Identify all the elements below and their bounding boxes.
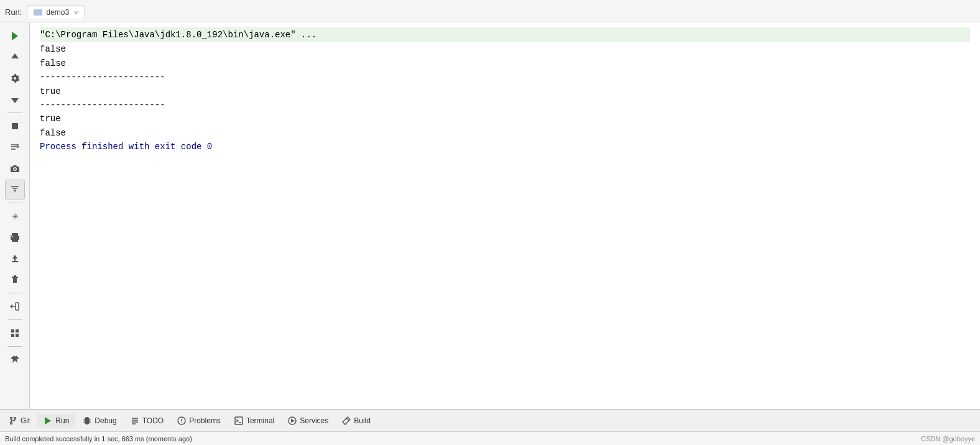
git-icon (9, 416, 17, 425)
asterisk-button[interactable]: ✳ (5, 206, 25, 226)
svg-marker-0 (12, 32, 18, 40)
todo-tab[interactable]: TODO (124, 414, 170, 428)
svg-point-46 (181, 422, 182, 423)
divider-2 (7, 203, 22, 203)
services-tab[interactable]: Services (282, 414, 335, 428)
debug-icon (83, 416, 91, 425)
settings-button[interactable] (5, 68, 25, 88)
services-tab-label: Services (300, 416, 328, 425)
debug-tab-label: Debug (95, 416, 116, 425)
output-line: Process finished with exit code 0 (40, 140, 970, 154)
todo-tab-label: TODO (142, 416, 164, 425)
layout-button[interactable] (5, 323, 25, 343)
svg-point-7 (14, 168, 16, 170)
status-right-text: CSDN @gobeyye (921, 435, 975, 443)
run-tab[interactable]: Run (37, 414, 75, 428)
delete-button[interactable] (5, 270, 25, 290)
svg-marker-2 (11, 98, 19, 103)
svg-rect-27 (11, 334, 14, 337)
svg-line-34 (83, 420, 85, 420)
svg-line-36 (90, 420, 91, 420)
print-button[interactable] (5, 227, 25, 247)
run-tab-label: Run (55, 416, 69, 425)
svg-rect-22 (14, 275, 16, 277)
svg-point-31 (11, 422, 12, 424)
git-tab[interactable]: Git (2, 414, 36, 428)
divider-5 (7, 346, 22, 347)
main-content: ✳ "C:\Program Files\Java\jdk1 (0, 22, 980, 409)
console-area: "C:\Program Files\Java\jdk1.8.0_192\bin\… (30, 22, 980, 409)
svg-rect-19 (12, 261, 18, 262)
divider-3 (7, 293, 22, 293)
tab-bar: Run: demo3 × (0, 0, 980, 22)
svg-marker-1 (11, 53, 19, 58)
bottom-toolbar: Git Run Debug TODO (0, 409, 980, 431)
output-line: false (40, 57, 970, 70)
svg-marker-33 (45, 417, 51, 424)
terminal-icon (234, 416, 243, 425)
pin-button[interactable] (5, 350, 25, 370)
terminal-tab[interactable]: Terminal (228, 414, 280, 428)
output-line: false (40, 126, 970, 140)
filter-active-button[interactable] (5, 180, 25, 200)
svg-point-30 (14, 417, 16, 419)
debug-tab[interactable]: Debug (76, 414, 122, 428)
output-line: ------------------------ (40, 98, 970, 112)
output-line: false (40, 42, 970, 56)
scroll-up-button[interactable] (5, 47, 25, 67)
stop-button[interactable] (5, 116, 25, 136)
build-tab[interactable]: Build (336, 414, 377, 428)
divider-4 (7, 319, 22, 320)
output-area[interactable]: "C:\Program Files\Java\jdk1.8.0_192\bin\… (30, 22, 980, 409)
svg-rect-18 (14, 258, 16, 261)
status-bar: Build completed successfully in 1 sec, 6… (0, 431, 980, 445)
svg-marker-50 (291, 419, 295, 423)
output-line: ------------------------ (40, 70, 970, 84)
play-button[interactable] (5, 26, 25, 46)
svg-rect-15 (12, 239, 18, 242)
output-line: "C:\Program Files\Java\jdk1.8.0_192\bin\… (40, 27, 970, 42)
terminal-tab-label: Terminal (246, 416, 274, 425)
output-line: true (40, 112, 970, 126)
output-line: true (40, 85, 970, 98)
run-label: Run: (5, 7, 22, 17)
tab-file-icon (34, 9, 42, 16)
problems-tab-label: Problems (189, 416, 221, 425)
git-tab-label: Git (21, 416, 30, 425)
camera-button[interactable] (5, 158, 25, 178)
status-text: Build completed successfully in 1 sec, 6… (5, 435, 192, 443)
problems-tab[interactable]: Problems (171, 414, 227, 428)
svg-rect-3 (12, 123, 18, 129)
svg-rect-25 (11, 329, 14, 333)
import-button[interactable] (5, 249, 25, 268)
problems-icon (177, 416, 186, 425)
tab-close-button[interactable]: × (74, 9, 78, 16)
svg-rect-13 (12, 233, 18, 236)
divider-1 (7, 112, 22, 113)
left-toolbar: ✳ (0, 22, 30, 409)
svg-text:✳: ✳ (12, 212, 19, 221)
svg-rect-23 (16, 303, 19, 310)
demo3-tab[interactable]: demo3 × (27, 6, 85, 19)
soft-wrap-button[interactable] (5, 137, 25, 157)
tab-title: demo3 (46, 8, 69, 17)
svg-rect-28 (16, 334, 19, 337)
scroll-down-button[interactable] (5, 89, 25, 109)
svg-rect-16 (12, 236, 13, 237)
build-icon (342, 416, 351, 425)
run-icon (44, 416, 52, 425)
svg-rect-26 (16, 329, 19, 333)
svg-point-29 (11, 417, 12, 419)
svg-line-51 (346, 418, 349, 421)
svg-rect-21 (12, 277, 18, 278)
build-tab-label: Build (354, 416, 371, 425)
services-icon (288, 416, 297, 425)
svg-rect-20 (13, 278, 17, 283)
svg-marker-11 (14, 191, 16, 193)
login-button[interactable] (5, 296, 25, 316)
todo-icon (131, 416, 139, 425)
